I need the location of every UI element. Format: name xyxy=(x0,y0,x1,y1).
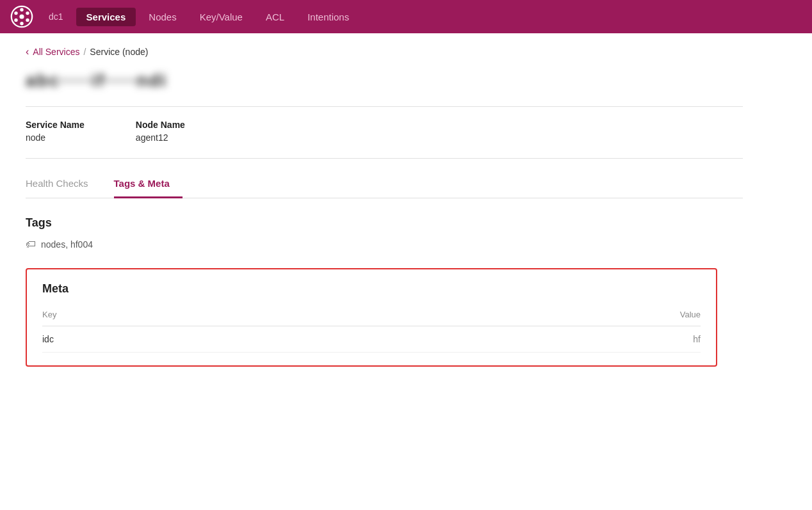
col-header-key: Key xyxy=(42,306,312,326)
back-arrow-icon[interactable]: ‹ xyxy=(26,46,29,58)
tab-tags-meta[interactable]: Tags & Meta xyxy=(114,171,183,198)
meta-box-title: Meta xyxy=(42,282,701,296)
svg-point-2 xyxy=(26,12,29,15)
meta-key-cell: idc xyxy=(42,326,312,353)
node-name-label: Node Name xyxy=(136,120,185,130)
service-name-value: node xyxy=(26,132,85,143)
nav-nodes[interactable]: Nodes xyxy=(138,8,186,26)
main-content: ‹ All Services / Service (node) abc·····… xyxy=(0,33,768,379)
logo xyxy=(10,5,33,28)
breadcrumb: ‹ All Services / Service (node) xyxy=(26,46,743,58)
nav-intentions[interactable]: Intentions xyxy=(297,8,359,26)
meta-divider xyxy=(26,158,743,159)
node-name-field: Node Name agent12 xyxy=(136,120,185,143)
svg-point-1 xyxy=(20,8,23,12)
col-header-value: Value xyxy=(312,306,701,326)
tags-section: Tags 🏷 nodes, hf004 xyxy=(26,216,743,250)
navbar: dc1 Services Nodes Key/Value ACL Intenti… xyxy=(0,0,812,33)
tabs: Health Checks Tags & Meta xyxy=(26,171,743,198)
meta-table: Key Value idc hf xyxy=(42,306,701,353)
service-meta: Service Name node Node Name agent12 xyxy=(26,120,743,143)
svg-point-7 xyxy=(19,14,24,19)
meta-value-cell: hf xyxy=(312,326,701,353)
svg-point-5 xyxy=(14,19,17,22)
consul-logo-icon xyxy=(10,5,33,28)
page-title: abc·····if·····ndi xyxy=(26,70,743,91)
datacenter-label: dc1 xyxy=(44,12,69,22)
svg-point-6 xyxy=(14,12,17,15)
tag-icon: 🏷 xyxy=(26,239,36,250)
svg-point-4 xyxy=(20,22,23,25)
title-divider xyxy=(26,106,743,107)
node-name-value: agent12 xyxy=(136,132,185,143)
service-name-label: Service Name xyxy=(26,120,85,130)
meta-box: Meta Key Value idc hf xyxy=(26,268,717,367)
tab-health-checks[interactable]: Health Checks xyxy=(26,171,101,198)
nav-acl[interactable]: ACL xyxy=(256,8,295,26)
svg-point-3 xyxy=(26,19,29,22)
tags-value: nodes, hf004 xyxy=(41,239,93,250)
nav-keyvalue[interactable]: Key/Value xyxy=(190,8,253,26)
all-services-link[interactable]: All Services xyxy=(33,47,79,57)
tags-row: 🏷 nodes, hf004 xyxy=(26,239,743,250)
breadcrumb-current: Service (node) xyxy=(90,47,148,57)
tags-title: Tags xyxy=(26,216,743,230)
breadcrumb-separator: / xyxy=(83,47,86,57)
service-name-field: Service Name node xyxy=(26,120,85,143)
nav-services[interactable]: Services xyxy=(76,8,136,26)
table-row: idc hf xyxy=(42,326,701,353)
